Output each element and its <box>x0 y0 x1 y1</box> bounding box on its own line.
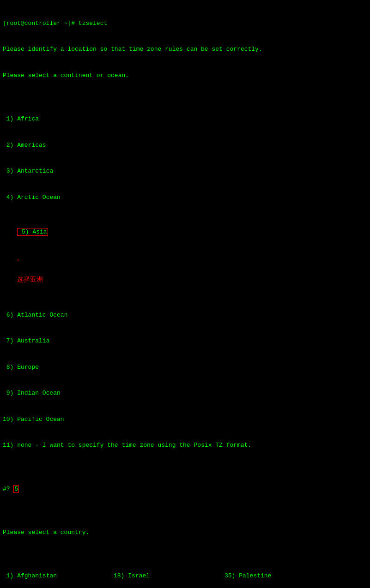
continent-7: 7) Australia <box>3 337 367 346</box>
asia-annotation: 选择亚洲 <box>17 276 43 283</box>
continent-8: 8) Europe <box>3 363 367 372</box>
continent-10: 10) Pacific Ocean <box>3 415 367 424</box>
asia-highlight: 5) Asia <box>17 228 48 236</box>
continent-answer: 5 <box>13 485 19 493</box>
continent-prompt: #? 5 <box>3 485 367 494</box>
continent-6: 6) Atlantic Ocean <box>3 311 367 320</box>
identify-line: Please identify a location so that time … <box>3 45 367 54</box>
select-continent-label: Please select a continent or ocean. <box>3 72 367 80</box>
terminal: [root@controller ~]# tzselect Please ide… <box>3 2 367 588</box>
asia-arrow: ← <box>17 255 22 264</box>
continent-9: 9) Indian Ocean <box>3 389 367 398</box>
continent-5: 5) Asia ← 选择亚洲 <box>3 219 367 294</box>
continent-1: 1) Africa <box>3 115 367 124</box>
command-line: [root@controller ~]# tzselect <box>3 19 367 28</box>
continent-11: 11) none - I want to specify the time zo… <box>3 441 367 450</box>
continent-3: 3) Antarctica <box>3 167 367 176</box>
select-country-label: Please select a country. <box>3 528 367 537</box>
continent-2: 2) Americas <box>3 141 367 150</box>
continent-4: 4) Arctic Ocean <box>3 193 367 202</box>
country-row-1: 1) Afghanistan18) Israel35) Palestine <box>3 572 367 581</box>
